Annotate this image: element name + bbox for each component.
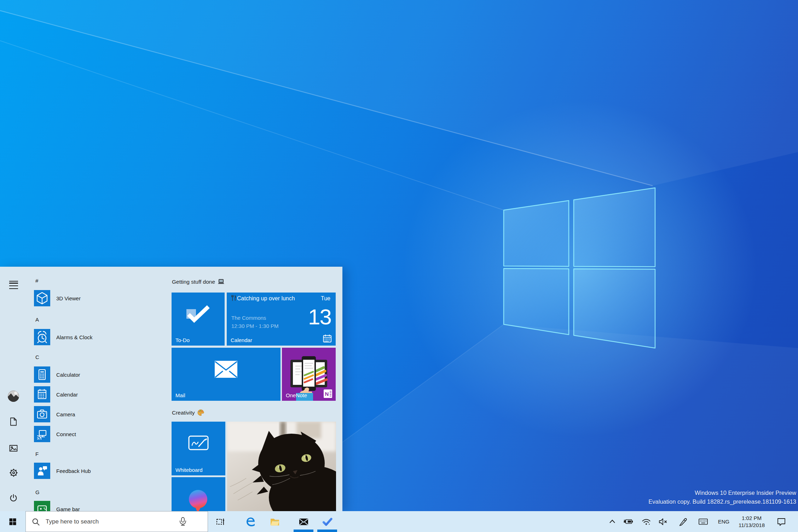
- chevron-up-icon: [608, 518, 617, 526]
- search-icon: [31, 517, 40, 526]
- taskbar-search[interactable]: [25, 511, 208, 532]
- app-label: Connect: [56, 431, 76, 437]
- tile-label: OneNote: [286, 392, 307, 398]
- app-section-header[interactable]: F: [35, 451, 39, 457]
- calendar-day-number: 13: [308, 306, 331, 328]
- tile-mail[interactable]: Mail: [172, 348, 281, 401]
- app-item-alarms-clock[interactable]: Alarms & Clock: [34, 329, 93, 345]
- documents-button[interactable]: [5, 413, 22, 430]
- todo-check-icon: [172, 293, 225, 336]
- pen-button[interactable]: [678, 511, 688, 532]
- tile-group-header-getting-stuff-done[interactable]: Getting stuff done: [172, 279, 225, 285]
- app-label: Alarms & Clock: [56, 334, 93, 340]
- tile-todo[interactable]: To-Do: [172, 293, 225, 346]
- calculator-icon: [34, 366, 50, 383]
- volume-muted-icon: [658, 517, 668, 527]
- svg-text:N: N: [325, 391, 329, 397]
- app-section-header[interactable]: #: [35, 278, 38, 284]
- tile-whiteboard[interactable]: Whiteboard: [172, 422, 225, 475]
- touch-keyboard-button[interactable]: [698, 511, 708, 532]
- watermark-line1: Windows 10 Enterprise Insider Preview: [648, 488, 796, 497]
- documents-icon: [9, 417, 18, 426]
- mail-icon: [299, 517, 309, 527]
- taskbar-clock[interactable]: 1:02 PM 11/13/2018: [728, 511, 775, 532]
- onenote-logo-icon: N: [323, 389, 332, 398]
- user-avatar-icon: [7, 390, 19, 402]
- group-title: Getting stuff done: [172, 279, 215, 285]
- taskbar: ENG 1:02 PM 11/13/2018: [0, 511, 798, 532]
- calendar-icon: [34, 386, 50, 403]
- calendar-event-time: 12:30 PM - 1:30 PM: [231, 323, 278, 330]
- app-section-header[interactable]: C: [35, 354, 39, 360]
- running-indicator-todo: [317, 530, 337, 532]
- pen-icon: [678, 517, 688, 527]
- expand-menu-button[interactable]: [5, 272, 22, 290]
- calendar-glyph-icon: [323, 334, 332, 343]
- calendar-day-abbrev: Tue: [321, 295, 330, 302]
- file-explorer-button[interactable]: [266, 511, 283, 532]
- user-account-button[interactable]: [5, 387, 22, 405]
- task-view-button[interactable]: [212, 511, 229, 532]
- evaluation-watermark: Windows 10 Enterprise Insider Preview Ev…: [648, 488, 796, 506]
- running-indicator-mail: [294, 530, 313, 532]
- app-section-header[interactable]: G: [35, 489, 40, 495]
- power-icon: [9, 493, 18, 503]
- app-label: Calculator: [56, 372, 80, 378]
- file-explorer-icon: [270, 517, 280, 527]
- search-input[interactable]: [45, 518, 178, 526]
- microphone-icon[interactable]: [178, 517, 188, 526]
- camera-icon: [34, 406, 50, 422]
- wifi-icon: [641, 517, 651, 526]
- whiteboard-icon: [172, 422, 225, 466]
- edge-icon: [246, 516, 256, 527]
- app-item-3d-viewer[interactable]: 3D Viewer: [34, 290, 81, 306]
- battery-charging-icon: [623, 517, 633, 526]
- connect-icon: [34, 426, 50, 442]
- mail-envelope-icon: [172, 348, 281, 391]
- settings-button[interactable]: [5, 464, 22, 481]
- edge-button[interactable]: [243, 511, 260, 532]
- touch-keyboard-icon: [698, 517, 708, 526]
- palette-emoji-icon: [197, 409, 204, 416]
- action-center-icon: [776, 517, 786, 527]
- 3d-viewer-icon: [34, 290, 50, 306]
- app-item-calculator[interactable]: Calculator: [34, 366, 80, 383]
- clock-date: 11/13/2018: [739, 522, 765, 529]
- alarm-clock-icon: [34, 329, 50, 345]
- tile-photos-cat[interactable]: [227, 422, 336, 511]
- tile-cortana[interactable]: [172, 477, 225, 511]
- laptop-emoji-icon: [218, 279, 225, 285]
- start-button[interactable]: [0, 511, 25, 532]
- task-view-icon: [215, 517, 225, 527]
- fork-and-knife-icon: [231, 295, 236, 301]
- app-section-header[interactable]: A: [35, 317, 39, 323]
- todo-taskbar-button[interactable]: [319, 511, 336, 532]
- tile-calendar[interactable]: Catching up over lunch The Commons 12:30…: [227, 293, 336, 346]
- app-label: Feedback Hub: [56, 468, 91, 474]
- cortana-balloon-icon: [187, 489, 210, 511]
- volume-button[interactable]: [658, 511, 668, 532]
- tile-label: Mail: [175, 392, 185, 398]
- tile-label: To-Do: [175, 337, 190, 343]
- tile-onenote[interactable]: OneNote N: [282, 348, 336, 401]
- event-title-text: Catching up over lunch: [237, 295, 295, 301]
- app-item-camera[interactable]: Camera: [34, 406, 75, 422]
- app-item-calendar[interactable]: Calendar: [34, 386, 78, 403]
- pictures-button[interactable]: [5, 439, 22, 457]
- todo-check-icon: [322, 517, 332, 527]
- calendar-event-location: The Commons: [231, 314, 266, 322]
- cat-photo: [227, 422, 336, 511]
- action-center-button[interactable]: [776, 511, 787, 532]
- windows-start-icon: [9, 518, 17, 526]
- tile-group-header-creativity[interactable]: Creativity: [172, 409, 204, 416]
- app-item-connect[interactable]: Connect: [34, 426, 76, 442]
- wifi-button[interactable]: [641, 511, 651, 532]
- battery-button[interactable]: [623, 511, 633, 532]
- feedback-hub-icon: [34, 463, 50, 479]
- tile-label: Calendar: [231, 337, 252, 343]
- power-button[interactable]: [5, 489, 22, 507]
- app-item-feedback-hub[interactable]: Feedback Hub: [34, 463, 91, 479]
- tray-overflow-button[interactable]: [607, 511, 617, 532]
- tile-label: Whiteboard: [175, 467, 203, 473]
- mail-taskbar-button[interactable]: [295, 511, 312, 532]
